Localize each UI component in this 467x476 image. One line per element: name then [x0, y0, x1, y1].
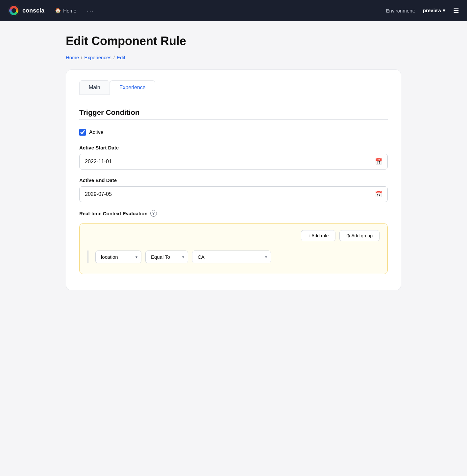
tab-group: Main Experience	[79, 80, 388, 95]
main-content: Edit Component Rule Home / Experiences /…	[53, 21, 414, 304]
nav-home-link[interactable]: 🏠 Home	[55, 8, 76, 13]
breadcrumb-sep-1: /	[81, 55, 82, 60]
nav-more-button[interactable]: ···	[87, 7, 94, 14]
brand-name: conscia	[22, 7, 44, 14]
active-start-date-group: Active Start Date 📅	[79, 145, 388, 170]
trigger-condition-title: Trigger Condition	[79, 108, 388, 117]
brand[interactable]: conscia	[8, 5, 44, 16]
section-divider	[79, 119, 388, 120]
home-icon: 🏠	[55, 8, 61, 13]
active-checkbox-row: Active	[79, 129, 388, 136]
add-rule-button[interactable]: + Add rule	[301, 230, 335, 241]
svg-point-1	[12, 8, 16, 13]
navbar: conscia 🏠 Home ··· Environment: preview …	[0, 0, 467, 21]
rule-field-select[interactable]: location	[95, 251, 141, 263]
environment-label: Environment:	[386, 8, 415, 13]
breadcrumb-sep-2: /	[113, 55, 115, 60]
rule-operator-select[interactable]: Equal To	[145, 251, 188, 263]
active-end-date-input-wrap[interactable]: 📅	[79, 186, 388, 202]
environment-value[interactable]: preview ▾	[423, 8, 445, 13]
active-start-date-label: Active Start Date	[79, 145, 388, 150]
breadcrumb: Home / Experiences / Edit	[66, 55, 401, 60]
rule-row: location ▾ Equal To ▾ CA ▾	[87, 248, 380, 266]
form-card: Main Experience Trigger Condition Active…	[66, 69, 401, 290]
chevron-down-icon: ▾	[443, 8, 445, 13]
breadcrumb-experiences[interactable]: Experiences	[84, 55, 111, 60]
rule-value-select-wrap[interactable]: CA ▾	[192, 251, 271, 263]
calendar-icon-end: 📅	[375, 191, 382, 198]
active-end-date-group: Active End Date 📅	[79, 177, 388, 202]
active-end-date-label: Active End Date	[79, 177, 388, 183]
logo-icon	[8, 5, 20, 16]
add-group-button[interactable]: ⊕ Add group	[339, 230, 380, 241]
tab-main[interactable]: Main	[79, 80, 110, 95]
realtime-context-label: Real-time Context Evaluation	[79, 211, 148, 216]
active-start-date-input-wrap[interactable]: 📅	[79, 154, 388, 170]
help-icon[interactable]: ?	[150, 210, 157, 217]
rule-builder: + Add rule ⊕ Add group location ▾ Equal …	[79, 223, 388, 274]
rule-field-select-wrap[interactable]: location ▾	[95, 251, 141, 263]
hamburger-menu-icon[interactable]: ☰	[453, 7, 459, 14]
breadcrumb-home[interactable]: Home	[66, 55, 79, 60]
breadcrumb-edit[interactable]: Edit	[117, 55, 125, 60]
rule-operator-select-wrap[interactable]: Equal To ▾	[145, 251, 188, 263]
tab-experience[interactable]: Experience	[110, 80, 155, 95]
page-title: Edit Component Rule	[66, 34, 401, 48]
rule-value-select[interactable]: CA	[192, 251, 271, 263]
rule-builder-header: + Add rule ⊕ Add group	[87, 230, 380, 241]
active-end-date-input[interactable]	[85, 191, 375, 197]
realtime-context-label-row: Real-time Context Evaluation ?	[79, 210, 388, 217]
navbar-right: Environment: preview ▾ ☰	[386, 7, 459, 14]
active-start-date-input[interactable]	[85, 159, 375, 165]
calendar-icon-start: 📅	[375, 158, 382, 165]
active-checkbox[interactable]	[79, 129, 86, 136]
rule-indent	[87, 251, 90, 263]
active-checkbox-label: Active	[89, 129, 104, 135]
